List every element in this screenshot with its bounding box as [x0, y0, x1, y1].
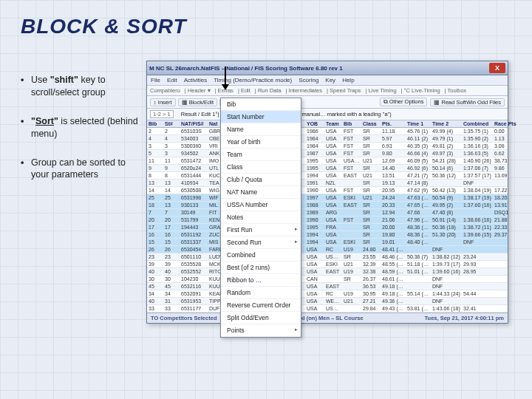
table-row[interactable]: 22653103SGBR1986USAFSTSR11.1845.76 (1)49…: [147, 128, 508, 135]
toolbar-item[interactable]: | °C Live-Timing: [401, 87, 440, 94]
sort-menu-item[interactable]: Class: [221, 161, 301, 174]
instruction-list: Use "shift" key to scroll/select group "…: [21, 61, 139, 324]
table-row[interactable]: 45456532116KUUPER, Jimmy1996USAEAST36.53…: [147, 283, 508, 290]
sort-menu-item[interactable]: Start Number: [221, 111, 301, 123]
column-header[interactable]: YOB: [305, 120, 324, 127]
other-options-button[interactable]: ⧉ Other Options: [380, 98, 428, 106]
menu-help[interactable]: Help: [342, 77, 354, 83]
page-title: BLOCK & SORT: [21, 15, 511, 38]
column-header[interactable]: NAT/FIS#: [180, 120, 208, 127]
table-row[interactable]: 335300360VRI1984USAFSTSR6.9346.35 (3)49.…: [147, 143, 508, 150]
table-row[interactable]: 16166531192ZUC1994USASR19.8048.36 (15)51…: [147, 231, 508, 239]
table-row[interactable]: 2020531799KEN1990USAFSTSR21.0647.96 (12)…: [147, 216, 508, 224]
table-row[interactable]: 886531444KUC1994USAEASTU2113.5147.21 (7)…: [147, 172, 508, 180]
sort-menu-item[interactable]: Name: [221, 123, 301, 136]
table-row[interactable]: 40316531953TIPPY, George1997USAWESTU2127…: [147, 298, 508, 305]
toolbar-item[interactable]: | Intermediates: [286, 87, 322, 94]
read-softwin-button[interactable]: ▦ Read SoftWin Odd Files: [430, 98, 505, 106]
sort-menu-item[interactable]: First Run: [221, 224, 301, 236]
sort-menu-item[interactable]: Second Run: [221, 236, 301, 249]
table-row[interactable]: 25256531998WIF1997USAESKIU2124.2447.63 (…: [147, 194, 508, 202]
table-row[interactable]: 996520u24UTL1995USAFSTSR14.4046.92 (6)50…: [147, 165, 508, 172]
sort-dropdown-menu: BibStart NumberNameYear of birthTeamClas…: [220, 98, 301, 338]
toolbar-item[interactable]: Compablero: [150, 87, 180, 94]
table-row[interactable]: 1813930133MIL1988USAEASTSR20.3347.65 (11…: [147, 202, 508, 209]
bullet-sort: "Sort" is selected (behind menu): [21, 115, 139, 140]
table-row[interactable]: 1717194443GRA1995FRASR20.0048.36 (14)50.…: [147, 224, 508, 231]
column-header[interactable]: Time 1: [406, 120, 431, 127]
menu-key[interactable]: Key: [325, 77, 335, 83]
sort-menu-item[interactable]: Club / Quota: [221, 174, 301, 186]
column-header[interactable]: Team: [324, 120, 342, 127]
sort-menu-item[interactable]: Ribbon to …: [221, 274, 301, 287]
menu-edit[interactable]: Edit: [167, 77, 177, 83]
toolbar-item[interactable]: | Live Timing: [366, 87, 397, 94]
toolbar-item[interactable]: | Edit: [238, 87, 250, 94]
table-row[interactable]: 3030104230KUUS, Karl1995CANSR26.3748.61 …: [147, 276, 508, 283]
table-row[interactable]: 15156531337MIS1994USAESKISR19.0148.40 (1…: [147, 239, 508, 246]
bullet-group: Group can be sorted to your parameters: [21, 157, 139, 182]
titlebar: M NC SL 26march.NatFIS – National / FIS …: [147, 61, 508, 75]
app-window: M NC SL 26march.NatFIS – National / FIS …: [146, 61, 508, 324]
menu-activities[interactable]: Activities: [184, 77, 208, 83]
toolbar-item[interactable]: | Extras: [215, 87, 233, 94]
table-row[interactable]: 14146530508WIG1990USAFSTSR20.9547.62 (9)…: [147, 187, 508, 194]
table-row[interactable]: 53934502ANK1987USAFSTSR9.8046.66 (4)49.9…: [147, 150, 508, 157]
table-row[interactable]: 40406532552RITCHIE, Benjamin2000USAEASTU…: [147, 268, 508, 276]
table-row[interactable]: 26266530454FARROW, Tanner1995USARCU1924.…: [147, 246, 508, 253]
sort-menu-item[interactable]: Bib: [221, 98, 301, 111]
column-header[interactable]: St#: [163, 120, 180, 127]
run-selector[interactable]: 1◦2 > 1: [150, 110, 174, 118]
status-right: Tues, Sep 21, 2017 4:00:11 pm: [425, 315, 504, 321]
status-left: TO Competitors Selected: [151, 315, 216, 321]
column-header[interactable]: Class: [361, 120, 381, 127]
bullet-shift: Use "shift" key to scroll/select group: [21, 74, 139, 99]
window-title: M NC SL 26march.NatFIS – National / FIS …: [149, 65, 343, 72]
sort-menu-item[interactable]: Random: [221, 287, 301, 299]
column-header[interactable]: Bib: [147, 120, 163, 127]
menu-timing[interactable]: Timing (Demo/Practice mode): [214, 77, 292, 83]
menu-file[interactable]: File: [151, 77, 160, 83]
sort-menu-item[interactable]: NAT Name: [221, 186, 301, 199]
column-header[interactable]: Combined: [462, 120, 493, 127]
toolbar-item[interactable]: | Header ▾: [185, 87, 211, 94]
sort-menu-item[interactable]: Split Odd/Even: [221, 312, 301, 324]
toolbar-button[interactable]: ↕ Insert: [150, 98, 176, 106]
table-row[interactable]: 44534003CBE1984USAFSTSR5.9746.11 (2)49.7…: [147, 135, 508, 143]
sort-menu-item[interactable]: Year of birth: [221, 136, 301, 149]
close-icon[interactable]: X: [489, 63, 505, 73]
table-row[interactable]: 1313410934TEA1991NZLSR19.1347.14 (8)DNF: [147, 180, 508, 187]
table-row[interactable]: 11116531472IMO1995USAUSAUWU2112.6946.09 …: [147, 157, 508, 165]
toolbar-button[interactable]: ▦ Block/Edit: [178, 98, 217, 106]
sort-menu-item[interactable]: Team: [221, 149, 301, 161]
column-header[interactable]: Race Pts: [493, 120, 521, 127]
sort-menu-item[interactable]: Best (of 2 runs): [221, 262, 301, 274]
table-row[interactable]: 34346532091KEANE, Jack1998USARCU1930.954…: [147, 290, 508, 298]
table-row[interactable]: 33336531177DUFFY, Drew1995USAUSFST29.844…: [147, 305, 508, 313]
toolbar-item[interactable]: | Run Data: [255, 87, 282, 94]
toolbar-item[interactable]: | Toolbox: [445, 87, 467, 94]
sort-menu-item[interactable]: Combined: [221, 249, 301, 262]
column-header[interactable]: Pts.: [381, 120, 406, 127]
table-row[interactable]: 23236501110LUDVIK, Alex1996USAUSAUWSR23.…: [147, 253, 508, 261]
menu-scoring[interactable]: Scoring: [299, 77, 318, 83]
sort-menu-item[interactable]: Reverse Current Order: [221, 299, 301, 312]
sort-menu-item[interactable]: USSA Number: [221, 199, 301, 211]
table-row[interactable]: 39396535528MCKEE, Sam1994USAESKIU2132.39…: [147, 261, 508, 268]
sort-menu-item[interactable]: Points: [221, 324, 301, 337]
column-header[interactable]: Bib: [342, 120, 361, 127]
toolbar-item[interactable]: | Speed Traps: [327, 87, 361, 94]
sort-menu-item[interactable]: Notes: [221, 211, 301, 224]
table-row[interactable]: 7730149FIT1989ARGSR12.9447.6647.40 (8)DS…: [147, 209, 508, 216]
column-header[interactable]: Time 2: [431, 120, 462, 127]
